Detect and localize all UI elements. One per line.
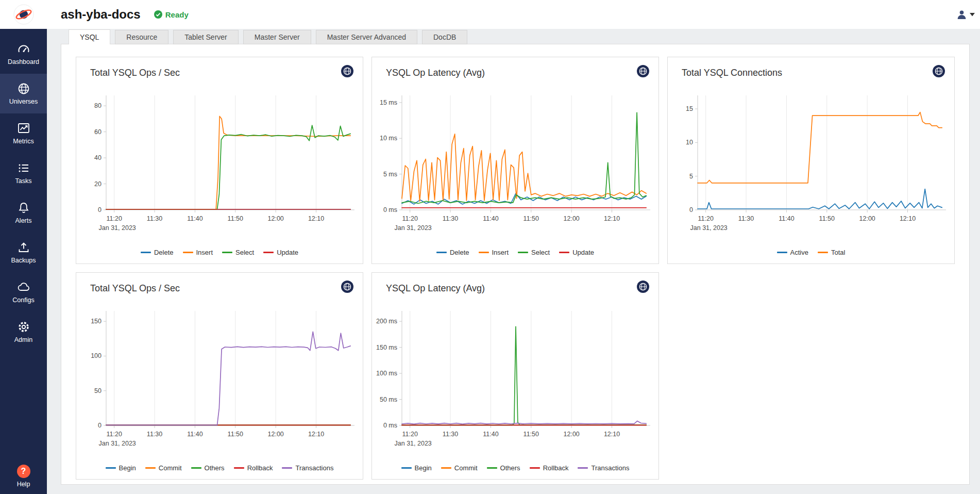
svg-text:10: 10 — [686, 139, 693, 146]
chart-plot[interactable]: 11:2011:3011:4011:5012:0012:10Jan 31, 20… — [669, 87, 953, 242]
status-badge: Ready — [154, 10, 189, 19]
legend-swatch — [106, 467, 116, 469]
svg-text:0 ms: 0 ms — [383, 422, 397, 429]
svg-text:15 ms: 15 ms — [380, 99, 397, 106]
svg-text:12:00: 12:00 — [268, 215, 284, 222]
legend-item: Update — [263, 249, 298, 256]
svg-text:11:40: 11:40 — [187, 431, 202, 438]
page-title: ash-yba-docs — [61, 7, 141, 22]
check-circle-icon — [154, 10, 162, 19]
sidebar-nav: Dashboard Universes Metrics — [0, 34, 47, 352]
chart-options-icon[interactable] — [341, 280, 354, 293]
svg-text:12:10: 12:10 — [604, 431, 620, 438]
chart-title: YSQL Op Latency (Avg) — [386, 68, 485, 78]
svg-text:12:10: 12:10 — [308, 431, 324, 438]
admin-gear-icon — [17, 320, 30, 334]
legend-swatch — [436, 252, 447, 253]
legend-item: Commit — [441, 464, 478, 472]
chart-card-total-ysql-ops-transactions: Total YSQL Ops / Sec 11:2011:3011:4011:5… — [76, 272, 363, 480]
legend-swatch — [487, 467, 497, 469]
legend-swatch — [578, 467, 588, 469]
svg-text:11:40: 11:40 — [483, 431, 498, 438]
legend-item: Insert — [479, 249, 509, 256]
svg-text:11:50: 11:50 — [228, 431, 243, 438]
svg-text:0: 0 — [689, 206, 693, 213]
chart-options-icon[interactable] — [636, 280, 650, 293]
sidebar-item-configs[interactable]: Configs — [0, 272, 47, 312]
sidebar-item-tasks[interactable]: Tasks — [0, 153, 47, 193]
sidebar-item-label: Admin — [14, 336, 32, 343]
sidebar-item-label: Alerts — [15, 217, 32, 224]
legend-swatch — [234, 467, 244, 469]
yugabyte-planet-logo[interactable] — [0, 0, 47, 29]
svg-text:15: 15 — [686, 105, 693, 112]
legend-swatch — [518, 252, 528, 253]
svg-text:Jan 31, 2023: Jan 31, 2023 — [99, 224, 136, 232]
svg-text:11:40: 11:40 — [187, 215, 202, 222]
chart-legend: DeleteInsertSelectUpdate — [76, 249, 363, 256]
backups-upload-icon — [17, 241, 30, 254]
legend-item: Select — [222, 249, 254, 256]
chart-plot[interactable]: 11:2011:3011:4011:5012:0012:10Jan 31, 20… — [373, 303, 657, 457]
sidebar-item-dashboard[interactable]: Dashboard — [0, 34, 47, 74]
legend-item: Rollback — [234, 464, 273, 472]
chart-legend: BeginCommitOthersRollbackTransactions — [372, 464, 658, 472]
charts-grid: Total YSQL Ops / Sec 11:2011:3011:4011:5… — [76, 57, 956, 480]
chart-plot[interactable]: 11:2011:3011:4011:5012:0012:10Jan 31, 20… — [373, 87, 657, 242]
sidebar-item-admin[interactable]: Admin — [0, 312, 47, 352]
chart-options-icon[interactable] — [341, 64, 354, 78]
legend-item: Delete — [436, 249, 469, 256]
svg-text:12:10: 12:10 — [900, 215, 916, 222]
sidebar-item-universes[interactable]: Universes — [0, 74, 47, 113]
svg-text:11:40: 11:40 — [779, 215, 794, 222]
tab-ysql[interactable]: YSQL — [69, 29, 110, 44]
sidebar-item-label: Tasks — [15, 177, 32, 185]
sidebar-item-label: Configs — [12, 297, 34, 304]
chart-card-ysql-op-latency-transactions: YSQL Op Latency (Avg) 11:2011:3011:4011:… — [371, 272, 659, 480]
dashboard-icon — [17, 42, 30, 56]
svg-text:12:00: 12:00 — [859, 215, 875, 222]
sidebar-item-help[interactable]: ? Help — [0, 465, 47, 488]
chart-plot[interactable]: 11:2011:3011:4011:5012:0012:10Jan 31, 20… — [77, 303, 362, 457]
sidebar-item-alerts[interactable]: Alerts — [0, 193, 47, 233]
legend-item: Delete — [141, 249, 174, 256]
svg-text:150: 150 — [91, 318, 102, 325]
chart-legend: ActiveTotal — [668, 249, 954, 256]
user-menu[interactable] — [956, 0, 975, 29]
legend-swatch — [222, 252, 232, 253]
tasks-list-icon — [17, 161, 30, 175]
universes-globe-icon — [17, 82, 30, 95]
svg-text:11:30: 11:30 — [147, 215, 162, 222]
tab-master-server-advanced[interactable]: Master Server Advanced — [316, 30, 417, 44]
tab-tablet-server[interactable]: Tablet Server — [173, 30, 238, 44]
chart-title: Total YSQL Ops / Sec — [90, 283, 180, 294]
svg-text:10 ms: 10 ms — [380, 135, 397, 142]
tab-docdb[interactable]: DocDB — [422, 30, 467, 44]
sidebar-item-backups[interactable]: Backups — [0, 233, 47, 272]
legend-swatch — [263, 252, 274, 253]
svg-text:50 ms: 50 ms — [380, 396, 397, 403]
svg-text:11:30: 11:30 — [147, 431, 162, 438]
svg-text:11:30: 11:30 — [443, 215, 458, 222]
tab-master-server[interactable]: Master Server — [243, 30, 311, 44]
chart-title: YSQL Op Latency (Avg) — [386, 283, 485, 294]
tab-resource[interactable]: Resource — [115, 30, 168, 44]
svg-text:11:40: 11:40 — [483, 215, 498, 222]
legend-swatch — [479, 252, 489, 253]
sidebar-item-metrics[interactable]: Metrics — [0, 113, 47, 153]
sidebar-item-label: Universes — [9, 98, 38, 105]
svg-text:40: 40 — [94, 154, 102, 161]
sidebar-item-label: Metrics — [13, 138, 33, 145]
svg-text:100 ms: 100 ms — [376, 370, 397, 377]
svg-text:0: 0 — [98, 422, 102, 429]
chart-options-icon[interactable] — [636, 64, 650, 78]
sidebar-item-label: Help — [17, 481, 30, 488]
svg-text:11:30: 11:30 — [443, 431, 458, 438]
svg-text:0 ms: 0 ms — [383, 206, 397, 213]
chart-plot[interactable]: 11:2011:3011:4011:5012:0012:10Jan 31, 20… — [77, 87, 362, 242]
svg-text:12:00: 12:00 — [564, 431, 580, 438]
chart-options-icon[interactable] — [932, 64, 945, 78]
configs-cloud-icon — [17, 281, 30, 294]
svg-text:11:50: 11:50 — [523, 431, 539, 438]
user-icon — [956, 9, 967, 20]
